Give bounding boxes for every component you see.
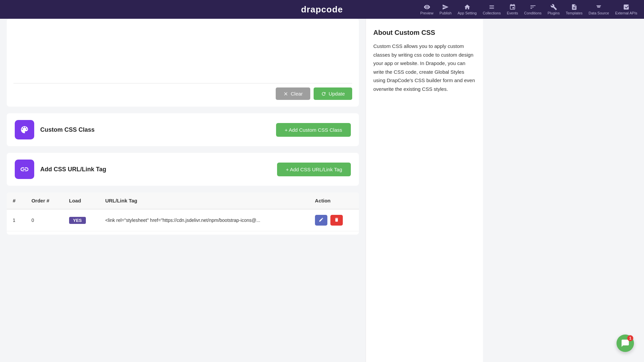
templates-label: Templates <box>566 11 583 15</box>
navbar-icons: Preview Publish App Setting Collections … <box>420 4 637 15</box>
app-setting-label: App Setting <box>458 11 477 15</box>
col-num: # <box>7 192 25 209</box>
conditions-nav-item[interactable]: Conditions <box>524 4 542 15</box>
main-layout: Clear Update Custom CSS Class + Add Cust… <box>0 19 644 362</box>
css-url-table: # Order # Load URL/Link Tag Action 1 0 Y… <box>7 192 359 231</box>
data-source-nav-item[interactable]: Data Source <box>589 4 609 15</box>
row-url-tag: <link rel="stylesheet" href="https://cdn… <box>99 209 309 231</box>
preview-nav-item[interactable]: Preview <box>420 4 433 15</box>
conditions-label: Conditions <box>524 11 542 15</box>
delete-icon <box>334 217 339 222</box>
right-panel-title: About Custom CSS <box>373 29 476 37</box>
col-action: Action <box>309 192 359 209</box>
clear-icon <box>283 91 288 97</box>
table-header-row: # Order # Load URL/Link Tag Action <box>7 192 359 209</box>
brand-logo: drapcode <box>301 4 343 15</box>
data-source-label: Data Source <box>589 11 609 15</box>
css-editor-textarea[interactable] <box>13 25 352 79</box>
palette-icon <box>20 125 29 134</box>
col-url-tag: URL/Link Tag <box>99 192 309 209</box>
plugins-nav-item[interactable]: Plugins <box>548 4 560 15</box>
update-button[interactable]: Update <box>314 87 352 100</box>
add-css-url-section: Add CSS URL/Link Tag + Add CSS URL/Link … <box>7 153 359 186</box>
chat-badge: 1 <box>627 335 633 341</box>
add-css-url-left: Add CSS URL/Link Tag <box>15 160 106 179</box>
add-css-url-button[interactable]: + Add CSS URL/Link Tag <box>277 163 351 176</box>
navbar: drapcode Preview Publish App Setting Col… <box>0 0 644 19</box>
preview-label: Preview <box>420 11 433 15</box>
edit-row-button[interactable] <box>315 215 327 226</box>
css-editor-divider <box>13 83 352 83</box>
load-badge: YES <box>69 217 86 224</box>
row-action <box>309 209 359 231</box>
add-css-url-title: Add CSS URL/Link Tag <box>40 166 106 173</box>
collections-label: Collections <box>483 11 501 15</box>
right-panel: About Custom CSS Custom CSS allows you t… <box>366 19 483 362</box>
templates-nav-item[interactable]: Templates <box>566 4 583 15</box>
right-panel-desc: Custom CSS allows you to apply custom cl… <box>373 42 476 93</box>
events-nav-item[interactable]: Events <box>507 4 518 15</box>
events-label: Events <box>507 11 518 15</box>
add-custom-css-class-button[interactable]: + Add Custom CSS Class <box>276 123 351 137</box>
plugins-label: Plugins <box>548 11 560 15</box>
external-apis-nav-item[interactable]: External APIs <box>615 4 637 15</box>
table-row: 1 0 YES <link rel="stylesheet" href="htt… <box>7 209 359 231</box>
link-icon <box>20 165 29 174</box>
app-setting-nav-item[interactable]: App Setting <box>458 4 477 15</box>
clear-button[interactable]: Clear <box>276 87 310 100</box>
custom-css-class-section: Custom CSS Class + Add Custom CSS Class <box>7 113 359 146</box>
col-order: Order # <box>25 192 63 209</box>
delete-row-button[interactable] <box>330 215 343 226</box>
custom-css-class-left: Custom CSS Class <box>15 120 95 139</box>
add-css-url-icon-box <box>15 160 34 179</box>
css-url-table-section: # Order # Load URL/Link Tag Action 1 0 Y… <box>7 192 359 235</box>
css-editor-section: Clear Update <box>7 19 359 107</box>
edit-icon <box>319 217 324 222</box>
custom-css-class-icon-box <box>15 120 34 139</box>
collections-nav-item[interactable]: Collections <box>483 4 501 15</box>
row-load: YES <box>63 209 99 231</box>
row-order: 0 <box>25 209 63 231</box>
col-load: Load <box>63 192 99 209</box>
external-apis-label: External APIs <box>615 11 637 15</box>
publish-nav-item[interactable]: Publish <box>439 4 451 15</box>
custom-css-class-title: Custom CSS Class <box>40 126 95 133</box>
chat-bubble[interactable]: 1 <box>616 335 634 352</box>
row-num: 1 <box>7 209 25 231</box>
publish-label: Publish <box>439 11 451 15</box>
content-area: Clear Update Custom CSS Class + Add Cust… <box>0 19 366 362</box>
update-icon <box>321 91 326 97</box>
css-editor-actions: Clear Update <box>13 87 352 100</box>
